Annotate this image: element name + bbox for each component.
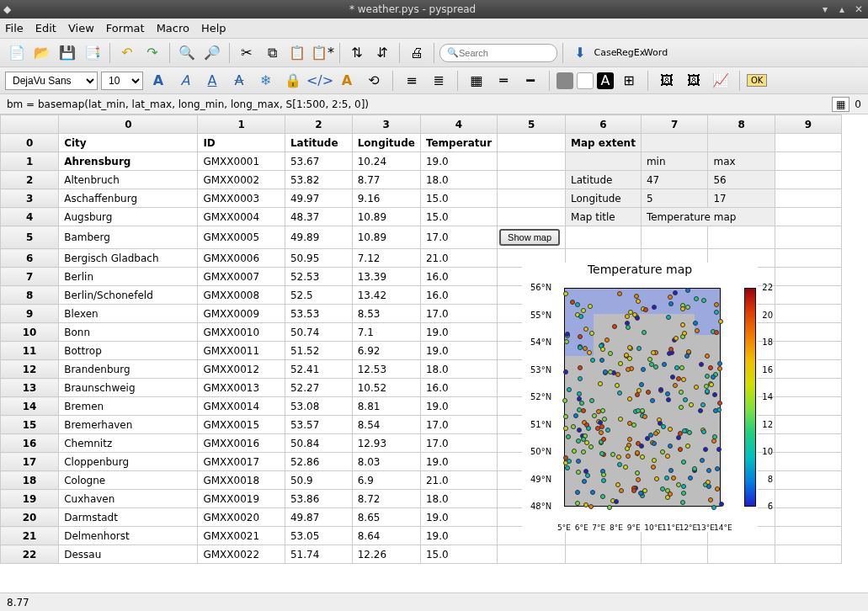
- cell[interactable]: 8.72: [352, 490, 420, 508]
- cell[interactable]: 8.65: [352, 508, 420, 527]
- cell[interactable]: GMXX0020: [198, 508, 285, 527]
- cell[interactable]: [498, 152, 566, 171]
- cell[interactable]: Latitude: [566, 171, 642, 189]
- row-header[interactable]: 21: [1, 527, 59, 545]
- cell[interactable]: [708, 134, 775, 152]
- cell[interactable]: [775, 508, 842, 527]
- cell[interactable]: 13.39: [352, 268, 420, 286]
- cell[interactable]: 16.0: [420, 379, 497, 397]
- cell[interactable]: Longitude: [352, 134, 420, 152]
- cell[interactable]: 15.0: [420, 208, 497, 226]
- opt-word[interactable]: Word: [644, 41, 668, 65]
- bg-white-icon[interactable]: [577, 72, 594, 89]
- cell[interactable]: 52.86: [285, 453, 352, 471]
- strike-icon[interactable]: A: [227, 69, 251, 93]
- cell[interactable]: Chemnitz: [59, 434, 198, 453]
- row-header[interactable]: 2: [1, 171, 59, 189]
- export-icon[interactable]: 📑: [81, 41, 104, 65]
- cell[interactable]: 8.53: [352, 305, 420, 323]
- cell[interactable]: 10.52: [352, 379, 420, 397]
- cell[interactable]: 50.9: [285, 471, 352, 490]
- chart-icon-3[interactable]: 📈: [709, 69, 732, 93]
- row-header[interactable]: 3: [1, 189, 59, 208]
- cell[interactable]: Bottrop: [59, 342, 198, 360]
- cell[interactable]: min: [641, 152, 708, 171]
- table-tab-icon[interactable]: ▦: [832, 97, 849, 112]
- cell[interactable]: GMXX0005: [198, 226, 285, 249]
- print-icon[interactable]: 🖨: [405, 41, 429, 65]
- cell[interactable]: 10.89: [352, 226, 420, 249]
- cell[interactable]: GMXX0004: [198, 208, 285, 226]
- menu-file[interactable]: File: [5, 22, 24, 35]
- cell[interactable]: GMXX0007: [198, 268, 285, 286]
- cell[interactable]: 19.0: [420, 152, 497, 171]
- search-input[interactable]: [459, 48, 550, 58]
- cell[interactable]: Show map: [498, 226, 566, 249]
- cell[interactable]: [566, 152, 642, 171]
- col-header[interactable]: 4: [420, 115, 497, 134]
- cell[interactable]: 53.05: [285, 527, 352, 545]
- cell[interactable]: [498, 189, 566, 208]
- cell[interactable]: [775, 249, 842, 268]
- cell[interactable]: 56: [708, 171, 775, 189]
- cell[interactable]: 53.08: [285, 397, 352, 416]
- row-header[interactable]: 17: [1, 453, 59, 471]
- cell[interactable]: Cuxhaven: [59, 490, 198, 508]
- cell[interactable]: Temperatur: [420, 134, 497, 152]
- menu-help[interactable]: Help: [201, 22, 226, 35]
- col-header[interactable]: 3: [352, 115, 420, 134]
- cell[interactable]: 52.41: [285, 360, 352, 379]
- minimize-icon[interactable]: ▾: [819, 3, 831, 15]
- row-header[interactable]: 9: [1, 305, 59, 323]
- cell[interactable]: [775, 453, 842, 471]
- col-header[interactable]: 7: [641, 115, 708, 134]
- border-width-icon[interactable]: ═: [492, 69, 515, 93]
- cell[interactable]: 10.24: [352, 152, 420, 171]
- cell[interactable]: 8.54: [352, 416, 420, 434]
- cell[interactable]: 17: [708, 189, 775, 208]
- cell[interactable]: Berlin/Schonefeld: [59, 286, 198, 305]
- col-header[interactable]: 9: [775, 115, 842, 134]
- cell[interactable]: Bamberg: [59, 226, 198, 249]
- row-header[interactable]: 1: [1, 152, 59, 171]
- cell[interactable]: Map title: [566, 208, 642, 226]
- cell[interactable]: ID: [198, 134, 285, 152]
- cell[interactable]: 9.16: [352, 189, 420, 208]
- cut-icon[interactable]: ✂: [235, 41, 258, 65]
- cell[interactable]: 15.0: [420, 189, 497, 208]
- find-replace-icon[interactable]: 🔎: [200, 41, 224, 65]
- cell[interactable]: Aschaffenburg: [59, 189, 198, 208]
- row-header[interactable]: 19: [1, 490, 59, 508]
- cell[interactable]: 48.37: [285, 208, 352, 226]
- copy-icon[interactable]: ⧉: [260, 41, 284, 65]
- row-header[interactable]: 16: [1, 434, 59, 453]
- menu-view[interactable]: View: [68, 22, 94, 35]
- cell[interactable]: 53.67: [285, 152, 352, 171]
- row-header[interactable]: 14: [1, 397, 59, 416]
- cell[interactable]: 19.0: [420, 508, 497, 527]
- cell[interactable]: Bergisch Gladbach: [59, 249, 198, 268]
- row-header[interactable]: 6: [1, 249, 59, 268]
- cell[interactable]: 12.53: [352, 360, 420, 379]
- cell[interactable]: Temperature map: [641, 208, 775, 226]
- cell[interactable]: 19.0: [420, 527, 497, 545]
- cell[interactable]: [775, 305, 842, 323]
- col-header[interactable]: 6: [566, 115, 642, 134]
- bold-icon[interactable]: A: [146, 69, 170, 93]
- cell[interactable]: GMXX0019: [198, 490, 285, 508]
- open-icon[interactable]: 📂: [30, 41, 54, 65]
- row-header[interactable]: 12: [1, 360, 59, 379]
- cell[interactable]: 49.97: [285, 189, 352, 208]
- underline-icon[interactable]: A: [200, 69, 224, 93]
- cell[interactable]: 16.0: [420, 268, 497, 286]
- cell[interactable]: 15.0: [420, 545, 497, 564]
- cell[interactable]: 17.0: [420, 226, 497, 249]
- cell[interactable]: GMXX0014: [198, 397, 285, 416]
- cell[interactable]: City: [59, 134, 198, 152]
- cell[interactable]: Braunschweig: [59, 379, 198, 397]
- cell[interactable]: [775, 226, 842, 249]
- cell[interactable]: GMXX0003: [198, 189, 285, 208]
- cell[interactable]: 53.53: [285, 305, 352, 323]
- cell[interactable]: 17.0: [420, 416, 497, 434]
- cell[interactable]: GMXX0016: [198, 434, 285, 453]
